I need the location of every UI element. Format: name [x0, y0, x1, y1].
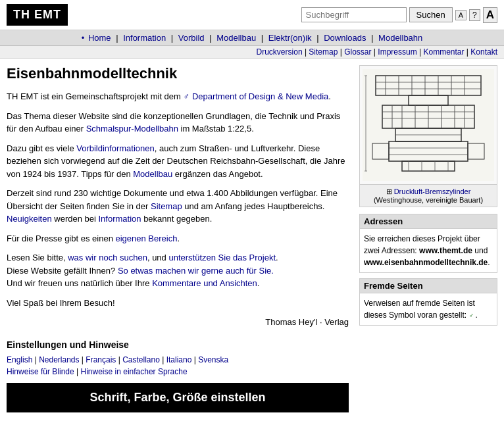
addresses-title: Adressen [360, 214, 497, 229]
theme-paragraph: Das Thema dieser Website sind die konzep… [7, 110, 349, 136]
lang-nederlands[interactable]: Nederlands [39, 355, 79, 364]
sec-nav-kommentar[interactable]: Kommentar [423, 47, 464, 57]
lang-english[interactable]: English [7, 355, 32, 364]
page-title: Eisenbahnmodelltechnik [7, 65, 349, 82]
hints-simple-link[interactable]: Hinweise in einfacher Sprache [81, 367, 188, 376]
caption-link[interactable]: Druckluft-Bremszylinder [394, 187, 471, 195]
caption-icon: ⊞ [386, 187, 392, 195]
sec-nav-sitemap[interactable]: Sitemap [309, 47, 338, 57]
validation-note: Diese Seiten wurden vollständig zuletzt … [7, 419, 349, 422]
dept-link[interactable]: ♂ Department of Design & New Media [184, 91, 329, 101]
nav-information[interactable]: Information [123, 33, 166, 43]
search-input[interactable] [301, 7, 407, 22]
external-sites-content: Verweisen auf fremde Seiten ist dieses S… [360, 293, 497, 325]
gruss-paragraph: Viel Spaß bei Ihrem Besuch! [7, 297, 349, 310]
content-wrapper: Eisenbahnmodelltechnik TH EMT ist ein Ge… [0, 59, 504, 421]
font-large-button[interactable]: A [483, 7, 497, 23]
docs-paragraph: Derzeit sind rund 230 wichtige Dokumente… [7, 187, 349, 226]
lang-francais[interactable]: Français [86, 355, 116, 364]
external-sites-title: Fremde Seiten [360, 279, 497, 293]
neuigkeiten-link[interactable]: Neuigkeiten [7, 214, 52, 224]
addresses-section: Adressen Sie erreichen dieses Projekt üb… [359, 214, 497, 273]
lang-italiano[interactable]: Italiano [166, 355, 192, 364]
language-links: English | Nederlands | Français | Castel… [7, 355, 349, 364]
projekt-link[interactable]: unterstützen Sie das Projekt [168, 253, 276, 262]
search-button[interactable]: Suchen [409, 7, 453, 22]
lang-castellano[interactable]: Castellano [122, 355, 160, 364]
font-small-button[interactable]: A [455, 10, 466, 20]
search-area: Suchen A ? A [301, 7, 497, 23]
main-nav: • Home | Information | Vorbild | Modellb… [0, 30, 504, 46]
sec-nav-impressum[interactable]: Impressum [378, 47, 416, 57]
external-sites-section: Fremde Seiten Verweisen auf fremde Seite… [359, 278, 497, 326]
sec-nav-kontakt[interactable]: Kontakt [470, 47, 497, 57]
nav-modellbau[interactable]: Modellbau [216, 33, 256, 43]
gerne-link[interactable]: So etwas machen wir gerne auch für Sie. [118, 266, 274, 276]
hints-blind-link[interactable]: Hinweise für Blinde [7, 367, 74, 376]
nav-downloads[interactable]: Downloads [324, 33, 366, 43]
caption-sub: (Westinghouse, vereinigte Bauart) [374, 196, 483, 204]
logo: TH EMT [7, 4, 68, 26]
nav-vorbild[interactable]: Vorbild [178, 33, 205, 43]
font-help-button[interactable]: ? [469, 9, 480, 21]
train-image [360, 66, 497, 184]
information-link[interactable]: Information [98, 214, 141, 224]
nav-home[interactable]: Home [88, 33, 111, 43]
sec-nav-druckversion[interactable]: Druckversion [257, 47, 303, 57]
vorbildinfos-link[interactable]: Vorbildinformationen [76, 143, 155, 153]
settings-section: Einstellungen und Hinweise English | Ned… [7, 339, 349, 422]
right-sidebar: ⊞ Druckluft-Bremszylinder (Westinghouse,… [359, 65, 497, 421]
modellbau-link[interactable]: Modellbau [133, 169, 172, 179]
addresses-content: Sie erreichen dieses Projekt über zwei A… [360, 229, 497, 272]
kommentare-link[interactable]: Kommentare und Ansichten [152, 278, 257, 288]
image-caption: ⊞ Druckluft-Bremszylinder (Westinghouse,… [360, 184, 497, 207]
sec-nav: Druckversion | Sitemap | Glossar | Impre… [0, 46, 504, 59]
main-text: Eisenbahnmodelltechnik TH EMT ist ein Ge… [7, 65, 349, 421]
sec-nav-glossar[interactable]: Glossar [344, 47, 371, 57]
support-paragraph: Lesen Sie bitte, was wir noch suchen, un… [7, 251, 349, 290]
author-line: Thomas Hey'l · Verlag [7, 316, 349, 329]
font-banner[interactable]: Schrift, Farbe, Größe einstellen [7, 383, 349, 412]
press-paragraph: Für die Presse gibt es einen eigenen Ber… [7, 232, 349, 245]
press-link[interactable]: eigenen Bereich [115, 234, 177, 243]
sitemap-link[interactable]: Sitemap [151, 201, 182, 211]
nav-modellbahn[interactable]: Modellbahn [378, 33, 422, 43]
external-symbol: ♂ [468, 310, 475, 317]
nav-elektronik[interactable]: Elektr(on)ik [268, 33, 312, 43]
vorbild-paragraph: Dazu gibt es viele Vorbildinformationen,… [7, 142, 349, 181]
header: TH EMT Suchen A ? A [0, 0, 504, 30]
nav-bullet: • [82, 33, 85, 43]
image-box: ⊞ Druckluft-Bremszylinder (Westinghouse,… [359, 65, 497, 207]
intro-paragraph: TH EMT ist ein Gemeinschaftsprojekt mit … [7, 90, 349, 103]
settings-title: Einstellungen und Hinweise [7, 339, 349, 350]
accessibility-links: Hinweise für Blinde | Hinweise in einfac… [7, 367, 349, 376]
suchen-link[interactable]: was wir noch suchen [68, 253, 147, 262]
lang-svenska[interactable]: Svenska [198, 355, 228, 364]
train-diagram-svg [363, 69, 494, 181]
schmalspur-link[interactable]: Schmalspur-Modellbahn [86, 124, 178, 134]
